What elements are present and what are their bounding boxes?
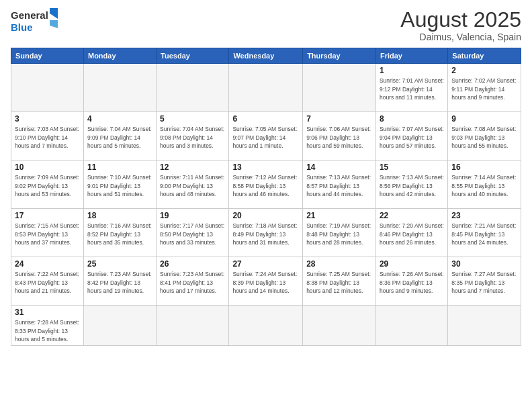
- calendar-cell: [375, 306, 447, 346]
- day-number: 8: [380, 114, 444, 124]
- calendar-cell: [157, 64, 229, 112]
- svg-marker-2: [50, 8, 58, 19]
- day-info: Sunrise: 7:10 AM Sunset: 9:01 PM Dayligh…: [87, 173, 152, 198]
- day-info: Sunrise: 7:12 AM Sunset: 8:58 PM Dayligh…: [232, 173, 299, 198]
- day-info: Sunrise: 7:04 AM Sunset: 9:09 PM Dayligh…: [87, 125, 152, 150]
- day-info: Sunrise: 7:02 AM Sunset: 9:11 PM Dayligh…: [451, 77, 517, 101]
- svg-text:Blue: Blue: [11, 21, 33, 33]
- day-number: 30: [451, 259, 517, 269]
- day-number: 3: [15, 114, 80, 124]
- calendar-cell: 22Sunrise: 7:20 AM Sunset: 8:46 PM Dayli…: [375, 209, 447, 257]
- calendar-cell: 2Sunrise: 7:02 AM Sunset: 9:11 PM Daylig…: [448, 64, 521, 112]
- calendar-cell: 21Sunrise: 7:19 AM Sunset: 8:48 PM Dayli…: [303, 209, 376, 257]
- day-number: 14: [306, 163, 372, 172]
- day-info: Sunrise: 7:01 AM Sunset: 9:12 PM Dayligh…: [380, 77, 444, 101]
- col-thursday: Thursday: [303, 48, 376, 64]
- day-info: Sunrise: 7:27 AM Sunset: 8:35 PM Dayligh…: [451, 270, 517, 295]
- day-number: 1: [380, 66, 444, 75]
- calendar-row-5: 31Sunrise: 7:28 AM Sunset: 8:33 PM Dayli…: [11, 306, 521, 346]
- svg-text:General: General: [11, 9, 48, 21]
- calendar-cell: 9Sunrise: 7:08 AM Sunset: 9:03 PM Daylig…: [448, 112, 521, 161]
- day-number: 21: [306, 211, 372, 220]
- calendar-header-row: Sunday Monday Tuesday Wednesday Thursday…: [11, 48, 521, 64]
- day-number: 4: [87, 114, 152, 124]
- col-wednesday: Wednesday: [229, 48, 303, 64]
- calendar-cell: [11, 64, 84, 112]
- calendar-cell: 12Sunrise: 7:11 AM Sunset: 9:00 PM Dayli…: [157, 161, 229, 209]
- calendar-cell: [83, 64, 156, 112]
- calendar-cell: 10Sunrise: 7:09 AM Sunset: 9:02 PM Dayli…: [11, 161, 84, 209]
- day-number: 24: [15, 259, 80, 269]
- day-number: 16: [451, 163, 517, 172]
- day-number: 23: [451, 211, 517, 220]
- svg-marker-3: [50, 20, 58, 28]
- day-info: Sunrise: 7:18 AM Sunset: 8:49 PM Dayligh…: [232, 222, 299, 246]
- day-number: 18: [87, 211, 152, 220]
- calendar-cell: 18Sunrise: 7:16 AM Sunset: 8:52 PM Dayli…: [83, 209, 156, 257]
- day-info: Sunrise: 7:13 AM Sunset: 8:56 PM Dayligh…: [380, 173, 444, 198]
- day-number: 9: [451, 114, 517, 124]
- calendar-cell: [83, 306, 156, 346]
- col-tuesday: Tuesday: [157, 48, 229, 64]
- calendar-cell: 13Sunrise: 7:12 AM Sunset: 8:58 PM Dayli…: [229, 161, 303, 209]
- generalblue-logo-icon: GeneralBlue: [11, 8, 64, 34]
- calendar-cell: 19Sunrise: 7:17 AM Sunset: 8:50 PM Dayli…: [157, 209, 229, 257]
- day-number: 26: [160, 259, 225, 269]
- day-number: 22: [380, 211, 444, 220]
- day-info: Sunrise: 7:25 AM Sunset: 8:38 PM Dayligh…: [306, 270, 372, 295]
- logo-area: GeneralBlue: [11, 8, 64, 34]
- day-number: 7: [306, 114, 372, 124]
- day-number: 15: [380, 163, 444, 172]
- day-info: Sunrise: 7:11 AM Sunset: 9:00 PM Dayligh…: [160, 173, 225, 198]
- calendar-row-0: 1Sunrise: 7:01 AM Sunset: 9:12 PM Daylig…: [11, 64, 521, 112]
- calendar-cell: 6Sunrise: 7:05 AM Sunset: 9:07 PM Daylig…: [229, 112, 303, 161]
- day-info: Sunrise: 7:04 AM Sunset: 9:08 PM Dayligh…: [160, 125, 225, 150]
- day-info: Sunrise: 7:07 AM Sunset: 9:04 PM Dayligh…: [380, 125, 444, 150]
- col-monday: Monday: [83, 48, 156, 64]
- calendar-cell: 30Sunrise: 7:27 AM Sunset: 8:35 PM Dayli…: [448, 257, 521, 306]
- day-number: 31: [15, 308, 80, 317]
- calendar-cell: 7Sunrise: 7:06 AM Sunset: 9:06 PM Daylig…: [303, 112, 376, 161]
- location-title: Daimus, Valencia, Spain: [400, 32, 521, 42]
- header: GeneralBlue August 2025 Daimus, Valencia…: [11, 8, 521, 42]
- day-info: Sunrise: 7:08 AM Sunset: 9:03 PM Dayligh…: [451, 125, 517, 150]
- calendar-cell: 31Sunrise: 7:28 AM Sunset: 8:33 PM Dayli…: [11, 306, 84, 346]
- day-number: 17: [15, 211, 80, 220]
- day-number: 19: [160, 211, 225, 220]
- day-number: 6: [232, 114, 299, 124]
- day-info: Sunrise: 7:16 AM Sunset: 8:52 PM Dayligh…: [87, 222, 152, 246]
- calendar-row-2: 10Sunrise: 7:09 AM Sunset: 9:02 PM Dayli…: [11, 161, 521, 209]
- title-area: August 2025 Daimus, Valencia, Spain: [400, 8, 521, 42]
- calendar-cell: 23Sunrise: 7:21 AM Sunset: 8:45 PM Dayli…: [448, 209, 521, 257]
- calendar-cell: [157, 306, 229, 346]
- day-number: 25: [87, 259, 152, 269]
- calendar-cell: 11Sunrise: 7:10 AM Sunset: 9:01 PM Dayli…: [83, 161, 156, 209]
- day-info: Sunrise: 7:23 AM Sunset: 8:41 PM Dayligh…: [160, 270, 225, 295]
- month-title: August 2025: [400, 8, 521, 32]
- day-info: Sunrise: 7:15 AM Sunset: 8:53 PM Dayligh…: [15, 222, 80, 246]
- calendar-cell: 17Sunrise: 7:15 AM Sunset: 8:53 PM Dayli…: [11, 209, 84, 257]
- day-number: 12: [160, 163, 225, 172]
- calendar-cell: 16Sunrise: 7:14 AM Sunset: 8:55 PM Dayli…: [448, 161, 521, 209]
- day-info: Sunrise: 7:17 AM Sunset: 8:50 PM Dayligh…: [160, 222, 225, 246]
- day-number: 20: [232, 211, 299, 220]
- day-number: 13: [232, 163, 299, 172]
- page: GeneralBlue August 2025 Daimus, Valencia…: [0, 0, 532, 411]
- calendar-row-1: 3Sunrise: 7:03 AM Sunset: 9:10 PM Daylig…: [11, 112, 521, 161]
- calendar-table: Sunday Monday Tuesday Wednesday Thursday…: [11, 48, 521, 346]
- calendar-cell: [229, 306, 303, 346]
- calendar-cell: [303, 64, 376, 112]
- calendar-row-3: 17Sunrise: 7:15 AM Sunset: 8:53 PM Dayli…: [11, 209, 521, 257]
- calendar-cell: [448, 306, 521, 346]
- calendar-cell: 4Sunrise: 7:04 AM Sunset: 9:09 PM Daylig…: [83, 112, 156, 161]
- day-info: Sunrise: 7:13 AM Sunset: 8:57 PM Dayligh…: [306, 173, 372, 198]
- day-info: Sunrise: 7:28 AM Sunset: 8:33 PM Dayligh…: [15, 318, 80, 343]
- day-info: Sunrise: 7:14 AM Sunset: 8:55 PM Dayligh…: [451, 173, 517, 198]
- day-number: 10: [15, 163, 80, 172]
- day-info: Sunrise: 7:23 AM Sunset: 8:42 PM Dayligh…: [87, 270, 152, 295]
- calendar-cell: 14Sunrise: 7:13 AM Sunset: 8:57 PM Dayli…: [303, 161, 376, 209]
- calendar-cell: 3Sunrise: 7:03 AM Sunset: 9:10 PM Daylig…: [11, 112, 84, 161]
- calendar-cell: 26Sunrise: 7:23 AM Sunset: 8:41 PM Dayli…: [157, 257, 229, 306]
- calendar-cell: [303, 306, 376, 346]
- calendar-cell: 20Sunrise: 7:18 AM Sunset: 8:49 PM Dayli…: [229, 209, 303, 257]
